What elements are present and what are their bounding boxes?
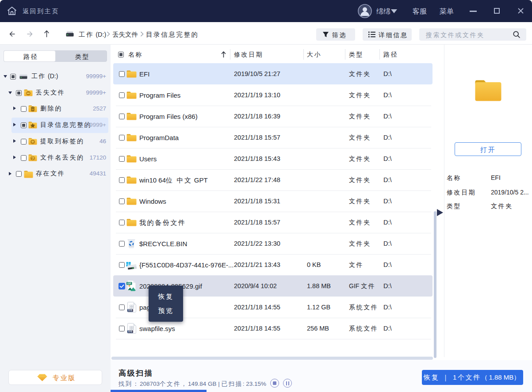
svg-text:SYS: SYS	[128, 331, 133, 333]
svg-text:GIF: GIF	[127, 282, 131, 285]
svg-text:SYS: SYS	[128, 309, 133, 312]
